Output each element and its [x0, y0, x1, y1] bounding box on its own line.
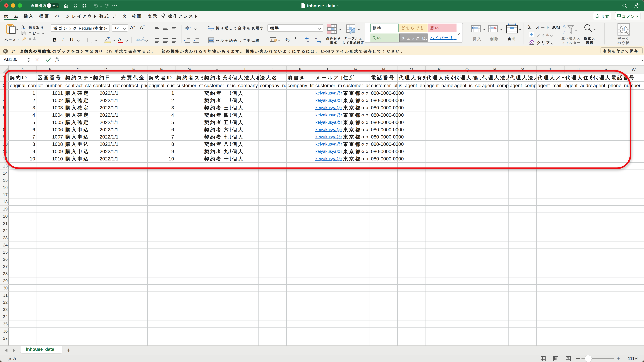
svg-text:.00: .00: [315, 37, 318, 40]
svg-text:0: 0: [320, 40, 321, 43]
svg-text:A: A: [562, 24, 566, 29]
svg-text:Z: Z: [562, 30, 566, 35]
svg-text:ab: ab: [208, 25, 211, 28]
svg-text:.00: .00: [305, 40, 309, 43]
svg-text:¢: ¢: [271, 38, 272, 41]
svg-text:0: 0: [309, 37, 310, 40]
